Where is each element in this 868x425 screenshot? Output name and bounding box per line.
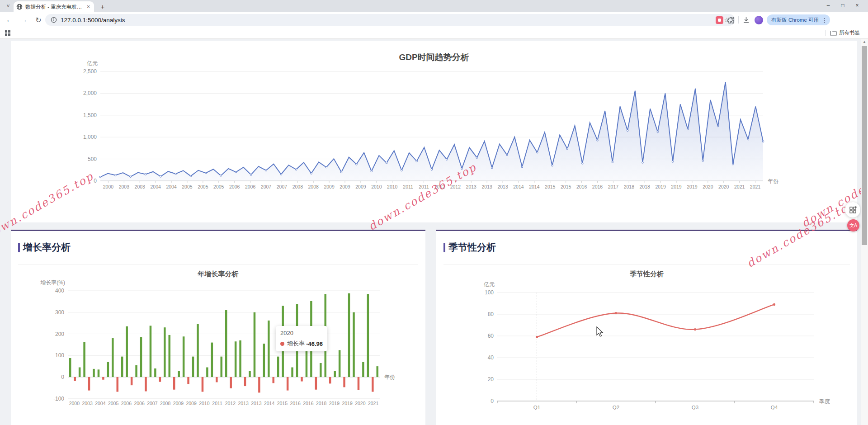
svg-text:2021: 2021 <box>750 184 761 189</box>
svg-text:2010: 2010 <box>199 401 210 406</box>
svg-text:2016: 2016 <box>290 401 301 406</box>
svg-text:500: 500 <box>88 156 97 162</box>
svg-text:100: 100 <box>485 289 494 296</box>
svg-text:年份: 年份 <box>768 178 778 184</box>
svg-text:2016: 2016 <box>303 401 314 406</box>
all-bookmarks-button[interactable]: 所有书签 <box>825 29 860 36</box>
svg-text:2009: 2009 <box>186 401 197 406</box>
extensions-puzzle-icon[interactable] <box>727 16 735 24</box>
scrollbar-thumb[interactable] <box>862 46 867 245</box>
svg-text:2005: 2005 <box>182 184 193 189</box>
browser-menu-icon[interactable]: ⋮ <box>821 17 827 24</box>
svg-text:2020: 2020 <box>703 184 713 189</box>
svg-text:2021: 2021 <box>368 401 379 406</box>
svg-text:2009: 2009 <box>173 401 184 406</box>
window-close-button[interactable]: × <box>850 0 864 11</box>
svg-text:2011: 2011 <box>403 184 413 189</box>
svg-text:Q4: Q4 <box>771 405 778 410</box>
svg-text:2000: 2000 <box>103 184 114 189</box>
chrome-update-button[interactable]: 有新版 Chrome 可用 ⋮ <box>767 14 830 25</box>
svg-text:季度: 季度 <box>819 398 830 405</box>
pinned-extension-icon[interactable] <box>716 16 723 24</box>
annual-growth-rate-chart[interactable]: -1000100200300400增长率(%)20002003200420052… <box>11 231 425 425</box>
svg-text:2007: 2007 <box>147 401 158 406</box>
scroll-up-icon[interactable]: ▲ <box>861 40 868 44</box>
svg-text:2005: 2005 <box>198 184 208 189</box>
svg-text:2018: 2018 <box>316 401 327 406</box>
apps-grid-icon[interactable] <box>5 30 11 36</box>
tab-search-chevron-icon[interactable]: ˅ <box>4 2 13 11</box>
folder-icon <box>830 30 837 36</box>
back-button[interactable]: ← <box>5 16 14 24</box>
reload-button[interactable]: ↻ <box>33 16 43 24</box>
svg-text:增长率(%): 增长率(%) <box>40 279 65 286</box>
svg-text:2003: 2003 <box>82 401 93 406</box>
svg-text:2005: 2005 <box>213 184 224 189</box>
svg-text:2009: 2009 <box>340 184 350 189</box>
svg-text:2019: 2019 <box>655 184 666 189</box>
tab-close-icon[interactable]: × <box>85 4 91 10</box>
svg-text:2008: 2008 <box>308 184 319 189</box>
svg-text:2007: 2007 <box>277 184 288 189</box>
svg-text:2012: 2012 <box>225 401 236 406</box>
new-tab-button[interactable]: + <box>98 2 108 12</box>
svg-text:2020: 2020 <box>355 401 366 406</box>
svg-text:亿元: 亿元 <box>86 60 98 66</box>
svg-text:2018: 2018 <box>624 184 635 189</box>
svg-text:2019: 2019 <box>329 401 340 406</box>
url-text[interactable]: 127.0.0.1:5000/analysis <box>61 17 724 24</box>
svg-text:0: 0 <box>61 374 64 380</box>
svg-text:2016: 2016 <box>576 184 587 189</box>
svg-text:年份: 年份 <box>384 374 395 380</box>
downloads-icon[interactable] <box>742 16 750 24</box>
screenshot-tool-button[interactable] <box>845 202 860 217</box>
mouse-cursor <box>596 326 605 337</box>
bookmarks-divider <box>825 30 826 36</box>
tooltip-value: -46.96 <box>306 340 323 347</box>
chart-tooltip: 2020 增长率 -46.96 <box>276 326 327 351</box>
svg-text:2010: 2010 <box>387 184 398 189</box>
svg-text:200: 200 <box>55 331 64 337</box>
svg-text:2006: 2006 <box>229 184 240 189</box>
svg-text:2020: 2020 <box>718 184 729 189</box>
svg-text:2,000: 2,000 <box>83 90 97 96</box>
svg-text:2008: 2008 <box>292 184 303 189</box>
tooltip-series-label: 增长率 <box>287 340 305 348</box>
globe-favicon-icon <box>16 4 23 10</box>
svg-text:2018: 2018 <box>640 184 651 189</box>
svg-text:1,000: 1,000 <box>83 134 97 140</box>
svg-text:1,500: 1,500 <box>83 112 97 118</box>
svg-text:80: 80 <box>488 311 494 317</box>
svg-text:2004: 2004 <box>150 184 161 189</box>
page-scrollbar[interactable]: ▲ <box>861 39 868 425</box>
svg-text:Q2: Q2 <box>613 405 619 410</box>
translate-button[interactable]: 文A <box>847 219 859 231</box>
minimize-button[interactable]: – <box>821 0 835 11</box>
bookmarks-bar <box>0 27 868 39</box>
chrome-update-label: 有新版 Chrome 可用 <box>771 17 819 24</box>
svg-text:2000: 2000 <box>69 401 80 406</box>
profile-avatar[interactable] <box>755 16 763 24</box>
svg-text:2013: 2013 <box>238 401 249 406</box>
forward-button[interactable]: → <box>19 16 29 24</box>
seasonality-chart[interactable]: 020406080100亿元Q1Q2Q3Q4季度 <box>436 231 857 425</box>
growth-rate-card: 增长率分析 年增长率分析 -1000100200300400增长率(%)2000… <box>11 230 425 425</box>
svg-text:2013: 2013 <box>466 184 477 189</box>
svg-text:2009: 2009 <box>355 184 366 189</box>
series-dot-icon <box>280 342 284 346</box>
svg-text:60: 60 <box>488 333 494 339</box>
svg-text:2009: 2009 <box>324 184 335 189</box>
svg-text:Q3: Q3 <box>692 405 698 410</box>
tab-strip: ˅ 数据分析 - 重庆充电桩投建数 × + – □ × <box>0 0 868 12</box>
svg-text:2003: 2003 <box>119 184 130 189</box>
svg-text:2017: 2017 <box>608 184 619 189</box>
maximize-button[interactable]: □ <box>835 0 850 11</box>
svg-text:2006: 2006 <box>134 401 145 406</box>
address-bar[interactable]: 127.0.0.1:5000/analysis ☆ <box>45 14 735 26</box>
svg-text:2005: 2005 <box>108 401 119 406</box>
browser-tab[interactable]: 数据分析 - 重庆充电桩投建数 × <box>14 1 94 12</box>
svg-text:20: 20 <box>488 376 494 382</box>
svg-text:2006: 2006 <box>121 401 132 406</box>
site-info-icon[interactable] <box>51 17 57 23</box>
seasonality-card: 季节性分析 季节性分析 020406080100亿元Q1Q2Q3Q4季度 <box>436 230 857 425</box>
